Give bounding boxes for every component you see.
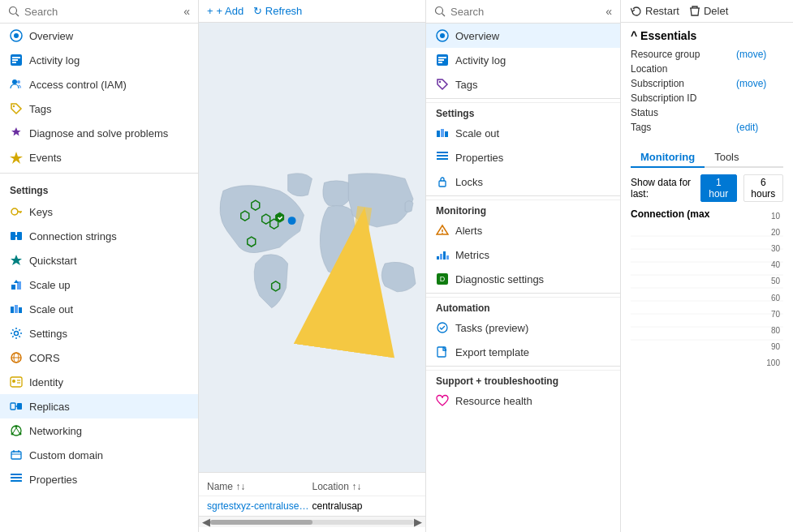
dd-diagnostic-icon: D [436, 272, 449, 285]
sidebar-item-scale-out[interactable]: Scale out [0, 297, 198, 321]
settings-icon [10, 327, 23, 340]
essentials-tags-value[interactable]: (edit) [736, 122, 758, 133]
sidebar-item-tags[interactable]: Tags [0, 97, 198, 121]
sidebar-item-identity[interactable]: Identity [0, 370, 198, 394]
dropdown-collapse-btn[interactable]: « [606, 5, 612, 18]
essentials-subscription-label: Subscription [631, 78, 736, 89]
identity-label: Identity [29, 376, 63, 388]
dd-scale-out-label: Scale out [455, 127, 499, 139]
dropdown-item-activity-log[interactable]: Activity log [426, 48, 620, 72]
activity-log-label: Activity log [29, 54, 80, 66]
refresh-button[interactable]: ↻ Refresh [253, 5, 302, 17]
dropdown-tags-icon [436, 78, 449, 91]
restart-icon [631, 6, 642, 17]
essentials-rg-value[interactable]: (move) [736, 49, 766, 60]
dropdown-item-tasks[interactable]: Tasks (preview) [426, 315, 620, 340]
svg-rect-77 [437, 256, 439, 260]
dropdown-item-metrics[interactable]: Metrics [426, 242, 620, 267]
sidebar-item-networking[interactable]: Networking [0, 418, 198, 443]
dd-properties-label: Properties [455, 152, 503, 164]
left-search-input[interactable] [24, 6, 179, 18]
tab-tools[interactable]: Tools [705, 148, 748, 168]
dd-export-icon [436, 345, 449, 358]
sidebar-item-events[interactable]: Events [0, 145, 198, 169]
dd-tasks-label: Tasks (preview) [455, 322, 528, 334]
add-button[interactable]: + + Add [207, 5, 244, 17]
scroll-right-arrow[interactable]: ▶ [414, 516, 422, 528]
svg-rect-64 [438, 59, 444, 61]
dropdown-item-diagnostic-settings[interactable]: D Diagnostic settings [426, 267, 620, 291]
svg-point-58 [436, 7, 443, 15]
sidebar-item-connection-strings[interactable]: Connection strings [0, 224, 198, 248]
left-collapse-btn[interactable]: « [183, 5, 190, 18]
sidebar-item-settings[interactable]: Settings [0, 321, 198, 345]
tab-monitoring[interactable]: Monitoring [631, 148, 705, 168]
time-1hour-btn[interactable]: 1 hour [700, 174, 737, 202]
dropdown-item-alerts[interactable]: Alerts [426, 218, 620, 242]
dropdown-overview-label: Overview [455, 30, 499, 42]
sidebar-item-keys[interactable]: Keys [0, 200, 198, 224]
sidebar-item-properties[interactable]: Properties [0, 467, 198, 491]
sidebar-item-cors[interactable]: CORS [0, 345, 198, 370]
sidebar-item-scale-up[interactable]: Scale up [0, 272, 198, 297]
sidebar-item-diagnose[interactable]: Diagnose and solve problems [0, 121, 198, 145]
dd-properties-icon [436, 151, 449, 164]
scroll-left-arrow[interactable]: ◀ [202, 516, 210, 528]
col-location-header: Location ↑↓ [312, 481, 418, 492]
sidebar-item-replicas[interactable]: Replicas [0, 394, 198, 418]
dropdown-search-icon [434, 6, 446, 17]
dropdown-item-scale-out[interactable]: Scale out [426, 121, 620, 145]
sidebar-item-overview[interactable]: Overview [0, 24, 198, 48]
delete-button[interactable]: Delet [689, 5, 728, 17]
properties-label: Properties [29, 474, 77, 486]
dropdown-item-locks[interactable]: Locks [426, 169, 620, 194]
table-row[interactable]: sgrtestxyz-centraluseu... centralusap [199, 496, 425, 516]
networking-icon [10, 424, 23, 437]
dropdown-activity-label: Activity log [455, 54, 506, 66]
dropdown-item-properties[interactable]: Properties [426, 145, 620, 169]
svg-rect-5 [12, 57, 20, 58]
svg-rect-72 [437, 152, 448, 153]
y-label-60: 60 [766, 294, 783, 302]
events-icon [10, 151, 23, 164]
dd-divider-1 [426, 98, 620, 99]
y-label-90: 90 [766, 342, 783, 351]
svg-point-8 [12, 79, 17, 84]
replicas-label: Replicas [29, 401, 70, 413]
y-axis: 100 90 80 70 60 50 40 30 20 10 [766, 208, 783, 371]
dropdown-item-resource-health[interactable]: Resource health [426, 388, 620, 413]
sidebar-item-quickstart[interactable]: Quickstart [0, 248, 198, 272]
svg-rect-67 [437, 131, 440, 137]
dropdown-item-tags[interactable]: Tags [426, 72, 620, 97]
overview-label: Overview [29, 30, 73, 42]
horizontal-scrollbar[interactable]: ◀ ▶ [199, 516, 425, 527]
svg-point-0 [10, 7, 17, 15]
essentials-rg-label: Resource group [631, 49, 736, 60]
dropdown-search-input[interactable] [450, 6, 601, 18]
scale-out-label: Scale out [29, 303, 73, 315]
left-search-box: « [0, 0, 198, 24]
scrollbar-track[interactable] [210, 520, 414, 525]
sidebar-item-access-control[interactable]: Access control (IAM) [0, 72, 198, 97]
sidebar-item-activity-log[interactable]: Activity log [0, 48, 198, 72]
time-6hours-btn[interactable]: 6 hours [743, 174, 783, 202]
y-label-100: 100 [766, 358, 783, 367]
settings-nav-label: Settings [29, 328, 67, 340]
svg-rect-23 [19, 307, 22, 313]
scale-up-label: Scale up [29, 279, 71, 291]
dropdown-item-overview[interactable]: Overview [426, 24, 620, 48]
row-name: sgrtestxyz-centraluseu... [207, 500, 312, 512]
essentials-row-tags: Tags (edit) [631, 120, 783, 135]
essentials-subscription-value[interactable]: (move) [736, 78, 766, 89]
y-label-80: 80 [766, 326, 783, 335]
svg-rect-68 [441, 129, 444, 137]
dropdown-item-export-template[interactable]: Export template [426, 340, 620, 364]
essentials-tags-label: Tags [631, 122, 736, 133]
left-sidebar: « Overview Activity log Access control (… [0, 0, 199, 532]
right-toolbar: Restart Delet [621, 0, 793, 23]
cors-icon [10, 351, 23, 364]
sidebar-item-custom-domain[interactable]: Custom domain [0, 443, 198, 467]
restart-button[interactable]: Restart [631, 5, 679, 17]
diagnose-label: Diagnose and solve problems [29, 127, 168, 139]
dd-scale-out-icon [436, 127, 449, 139]
